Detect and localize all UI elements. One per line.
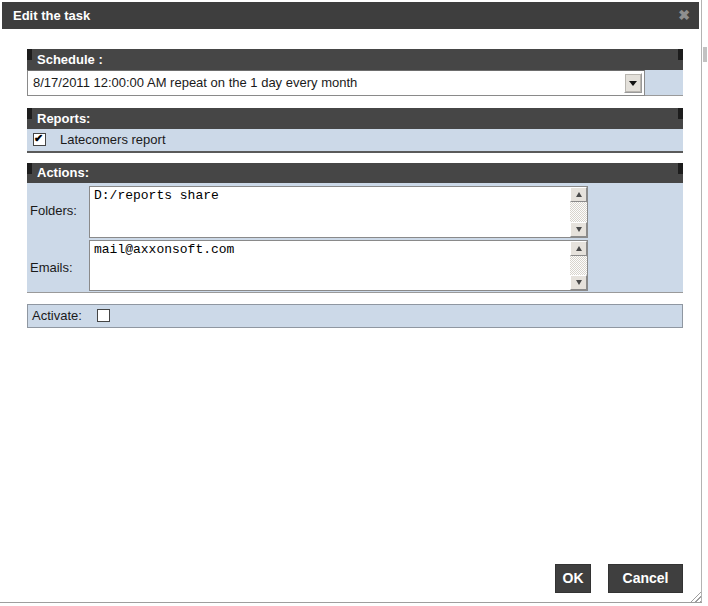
emails-scrollbar[interactable] (570, 241, 587, 290)
emails-label: Emails: (30, 260, 73, 275)
actions-panel: Folders: D:/reports share Emails: mail@a… (27, 183, 683, 293)
latecomers-label: Latecomers report (60, 129, 166, 151)
scroll-up-button[interactable] (570, 241, 587, 256)
scroll-down-button[interactable] (570, 275, 587, 290)
actions-header-label: Actions: (37, 165, 89, 180)
actions-section-header: Actions: (27, 163, 683, 183)
dialog-border (701, 0, 702, 603)
arrow-down-icon (576, 280, 582, 285)
page-scrollbar-fragment (703, 47, 707, 62)
reports-header-label: Reports: (37, 111, 90, 126)
schedule-select[interactable]: 8/17/2011 12:00:00 AM repeat on the 1 da… (27, 70, 645, 96)
chevron-down-icon (629, 81, 637, 86)
arrow-up-icon (576, 192, 582, 197)
schedule-row: 8/17/2011 12:00:00 AM repeat on the 1 da… (27, 70, 683, 96)
arrow-up-icon (576, 246, 582, 251)
folders-text: D:/reports share (90, 187, 570, 237)
checkmark-icon: ✔ (34, 132, 43, 145)
folders-textarea[interactable]: D:/reports share (89, 186, 588, 238)
close-icon[interactable]: ✖ (678, 2, 690, 29)
emails-text: mail@axxonsoft.com (90, 241, 570, 290)
latecomers-checkbox[interactable]: ✔ (33, 133, 46, 146)
scrollbar-track[interactable] (570, 202, 587, 222)
dialog-title: Edit the task (2, 2, 90, 29)
reports-row: ✔ Latecomers report (27, 129, 683, 153)
scroll-down-button[interactable] (570, 222, 587, 237)
schedule-header-label: Schedule : (37, 52, 103, 67)
dropdown-arrow-button[interactable] (624, 73, 642, 93)
activate-row: Activate: (27, 304, 683, 328)
emails-textarea[interactable]: mail@axxonsoft.com (89, 240, 588, 291)
cancel-button[interactable]: Cancel (608, 564, 683, 593)
ok-button[interactable]: OK (555, 564, 591, 593)
folders-scrollbar[interactable] (570, 187, 587, 237)
dialog-border (0, 602, 702, 603)
folders-label: Folders: (30, 203, 77, 218)
schedule-section-header: Schedule : (27, 49, 683, 70)
arrow-down-icon (576, 227, 582, 232)
scrollbar-track[interactable] (570, 256, 587, 275)
dialog-titlebar: Edit the task ✖ (2, 2, 699, 29)
scroll-up-button[interactable] (570, 187, 587, 202)
reports-section-header: Reports: (27, 108, 683, 129)
activate-checkbox[interactable] (97, 309, 110, 322)
resize-grip-icon[interactable] (688, 589, 701, 602)
schedule-select-value: 8/17/2011 12:00:00 AM repeat on the 1 da… (28, 71, 644, 95)
activate-label: Activate: (32, 305, 82, 327)
